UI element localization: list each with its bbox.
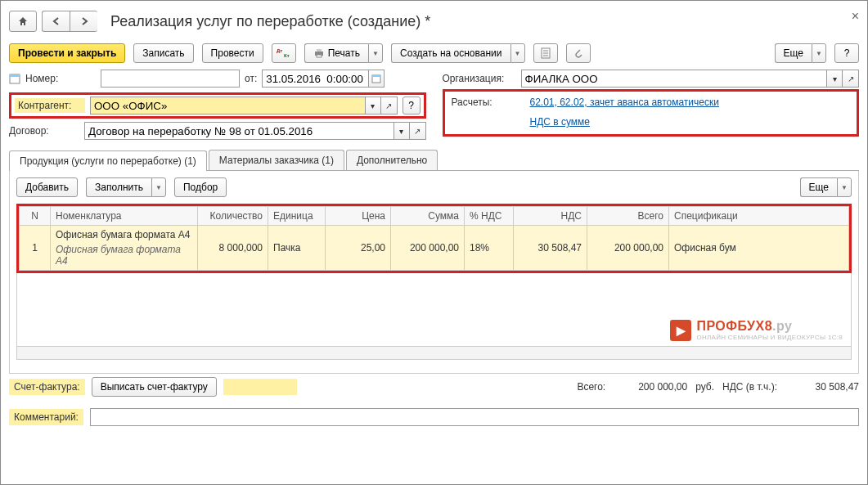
print-dropdown[interactable] bbox=[368, 43, 383, 63]
contract-select-button[interactable]: ▾ bbox=[394, 122, 410, 140]
settlements-link[interactable]: 62.01, 62.02, зачет аванса автоматически bbox=[530, 97, 719, 108]
more-button-group: Еще bbox=[775, 43, 826, 63]
counterparty-label: Контрагент: bbox=[15, 98, 85, 113]
report-button[interactable] bbox=[533, 43, 558, 63]
create-invoice-button[interactable]: Выписать счет-фактуру bbox=[92, 377, 217, 397]
col-total[interactable]: Всего bbox=[587, 207, 669, 226]
counterparty-select-button[interactable]: ▾ bbox=[365, 97, 381, 115]
vat-mode-link[interactable]: НДС в сумме bbox=[530, 116, 591, 128]
svg-rect-3 bbox=[317, 49, 322, 52]
col-n[interactable]: N bbox=[20, 207, 51, 226]
svg-rect-4 bbox=[317, 55, 322, 57]
org-label: Организация: bbox=[443, 73, 516, 84]
svg-text:Дт: Дт bbox=[277, 48, 282, 53]
help-button[interactable]: ? bbox=[834, 43, 859, 63]
date-input[interactable] bbox=[262, 70, 368, 88]
pick-button[interactable]: Подбор bbox=[174, 177, 227, 197]
more-dropdown[interactable] bbox=[812, 43, 826, 63]
col-unit[interactable]: Единица bbox=[268, 207, 326, 226]
forward-button[interactable] bbox=[70, 11, 97, 32]
col-vatp[interactable]: % НДС bbox=[465, 207, 514, 226]
currency-label: руб. bbox=[695, 381, 714, 393]
dt-kt-button[interactable]: ДтКт bbox=[272, 43, 296, 63]
create-based-dropdown[interactable] bbox=[510, 43, 525, 63]
vatp-cell: 18% bbox=[465, 226, 514, 271]
arrow-right-icon bbox=[79, 16, 89, 26]
vat-total-label: НДС (в т.ч.): bbox=[722, 381, 777, 393]
settlements-highlight-box: Расчеты: 62.01, 62.02, зачет аванса авто… bbox=[443, 89, 860, 137]
number-label: Номер: bbox=[25, 73, 96, 84]
date-picker-button[interactable] bbox=[368, 70, 385, 88]
back-button[interactable] bbox=[42, 11, 70, 32]
col-price[interactable]: Цена bbox=[326, 207, 391, 226]
settlements-label: Расчеты: bbox=[452, 97, 525, 108]
nomen-desc: Офисная бумага формата А4 bbox=[56, 244, 192, 267]
total-label: Всего: bbox=[577, 381, 605, 393]
create-based-button[interactable]: Создать на основании bbox=[391, 43, 510, 63]
grid-highlight-box: N Номенклатура Количество Единица Цена С… bbox=[16, 204, 852, 273]
contract-label: Договор: bbox=[9, 125, 79, 137]
fill-button[interactable]: Заполнить bbox=[86, 177, 151, 197]
date-from-label: от: bbox=[245, 73, 257, 84]
close-button[interactable]: × bbox=[852, 9, 859, 24]
counterparty-input[interactable] bbox=[90, 97, 365, 115]
attach-button[interactable] bbox=[566, 43, 591, 63]
comment-row: Комментарий: bbox=[9, 405, 859, 429]
comment-input[interactable] bbox=[90, 408, 859, 426]
price-cell: 25,00 bbox=[326, 226, 391, 271]
tabs: Продукция (услуги по переработке) (1) Ма… bbox=[9, 150, 859, 171]
post-and-close-button[interactable]: Провести и закрыть bbox=[9, 43, 125, 63]
qty-cell: 8 000,000 bbox=[198, 226, 268, 271]
nomen-cell: Офисная бумага формата А4 bbox=[56, 229, 192, 240]
titlebar: Реализация услуг по переработке (создани… bbox=[9, 7, 859, 35]
col-spec[interactable]: Спецификаци bbox=[669, 207, 849, 226]
total-cell: 200 000,00 bbox=[587, 226, 669, 271]
svg-rect-10 bbox=[10, 74, 20, 77]
col-sum[interactable]: Сумма bbox=[391, 207, 465, 226]
totals: Всего: 200 000,00 руб. НДС (в т.ч.): 30 … bbox=[577, 381, 859, 393]
vat-total-value: 30 508,47 bbox=[785, 381, 859, 393]
number-row: Номер: от: bbox=[9, 70, 426, 88]
col-nomen[interactable]: Номенклатура bbox=[51, 207, 198, 226]
svg-rect-12 bbox=[372, 75, 380, 77]
tab-more-button[interactable]: Еще bbox=[800, 177, 837, 197]
page-title: Реализация услуг по переработке (создани… bbox=[110, 13, 430, 30]
create-based-group: Создать на основании bbox=[391, 43, 525, 63]
org-select-button[interactable]: ▾ bbox=[826, 70, 843, 88]
calendar-small-icon bbox=[371, 74, 381, 83]
spec-cell: Офисная бум bbox=[669, 226, 849, 271]
fill-dropdown[interactable] bbox=[151, 177, 166, 197]
col-qty[interactable]: Количество bbox=[198, 207, 268, 226]
print-button[interactable]: Печать bbox=[304, 43, 368, 63]
more-button[interactable]: Еще bbox=[775, 43, 812, 63]
sum-cell: 200 000,00 bbox=[391, 226, 465, 271]
org-open-button[interactable]: ↗ bbox=[843, 70, 859, 88]
horizontal-scrollbar[interactable] bbox=[16, 347, 852, 360]
contract-row: Договор: ▾ ↗ bbox=[9, 122, 426, 140]
toolbar: Провести и закрыть Записать Провести ДтК… bbox=[9, 43, 859, 63]
tab-products[interactable]: Продукция (услуги по переработке) (1) bbox=[9, 150, 207, 171]
print-button-group: Печать bbox=[304, 43, 383, 63]
products-grid[interactable]: N Номенклатура Количество Единица Цена С… bbox=[19, 206, 849, 271]
table-row[interactable]: 1 Офисная бумага формата А4 Офисная бума… bbox=[20, 226, 849, 271]
col-vat[interactable]: НДС bbox=[514, 207, 587, 226]
tab-materials[interactable]: Материалы заказчика (1) bbox=[209, 150, 344, 170]
counterparty-help-button[interactable]: ? bbox=[403, 97, 421, 115]
tab-additional[interactable]: Дополнительно bbox=[346, 150, 438, 170]
dtkt-icon: ДтКт bbox=[277, 47, 291, 59]
add-row-button[interactable]: Добавить bbox=[16, 177, 78, 197]
arrow-left-icon bbox=[52, 16, 61, 26]
post-button[interactable]: Провести bbox=[202, 43, 263, 63]
org-input[interactable] bbox=[521, 70, 827, 88]
number-input[interactable] bbox=[101, 70, 240, 88]
unit-cell: Пачка bbox=[268, 226, 326, 271]
save-button[interactable]: Записать bbox=[133, 43, 193, 63]
total-value: 200 000,00 bbox=[614, 381, 687, 393]
tab-more-dropdown[interactable] bbox=[837, 177, 852, 197]
counterparty-open-button[interactable]: ↗ bbox=[381, 97, 398, 115]
contract-input[interactable] bbox=[84, 122, 394, 140]
printer-icon bbox=[313, 48, 325, 58]
home-button[interactable] bbox=[9, 11, 37, 32]
grid-empty-area: ▶ ПРОФБУХ8.ру ОНЛАЙН СЕМИНАРЫ И ВИДЕОКУР… bbox=[16, 273, 852, 347]
contract-open-button[interactable]: ↗ bbox=[410, 122, 426, 140]
